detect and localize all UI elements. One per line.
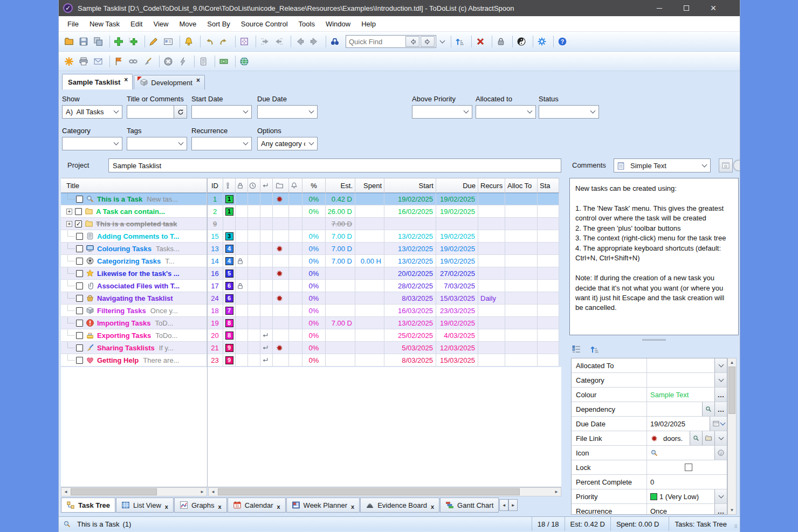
email-tasks-button[interactable] xyxy=(92,54,107,68)
tasklist-tab-development[interactable]: Development× xyxy=(134,75,205,89)
menu-sort-by[interactable]: Sort By xyxy=(202,17,236,31)
save-all-button[interactable] xyxy=(92,34,107,49)
menu-file[interactable]: File xyxy=(62,17,84,31)
task-checkbox[interactable]: ✓ xyxy=(75,220,82,227)
view-tab-gantt-chart[interactable]: Gantt Chart xyxy=(440,498,499,513)
task-row[interactable]: Adding Comments to T...1530%7.00 D13/02/… xyxy=(61,230,559,243)
task-checkbox[interactable] xyxy=(76,295,83,302)
task-checkbox[interactable] xyxy=(76,270,83,277)
column-header-est[interactable]: Est. xyxy=(326,178,355,193)
attribute-row-priority[interactable]: Priority1 (Very Low) xyxy=(572,489,727,504)
save-button[interactable] xyxy=(78,34,92,49)
task-row[interactable]: Associated Files with T...1760%28/02/202… xyxy=(61,280,559,292)
redo-button[interactable] xyxy=(218,34,232,49)
help-button[interactable]: ? xyxy=(556,34,571,49)
project-input[interactable] xyxy=(108,158,561,172)
column-header-due[interactable]: Due xyxy=(436,178,478,193)
task-row[interactable]: Sharing TasklistsIf y...2190%5/03/202512… xyxy=(61,342,559,354)
task-log-button[interactable] xyxy=(197,54,212,68)
spellcheck-button[interactable] xyxy=(63,54,78,68)
cancel-button[interactable] xyxy=(162,54,177,68)
lock-button[interactable] xyxy=(495,34,510,49)
filter-start-date-combo[interactable] xyxy=(191,105,252,119)
find-previous-button[interactable] xyxy=(405,36,419,47)
sort-attributes-button[interactable] xyxy=(589,343,602,356)
view-tab-evidence-board[interactable]: Evidence Boardx xyxy=(360,498,439,513)
quick-find-input[interactable] xyxy=(349,36,405,47)
task-checkbox[interactable] xyxy=(76,357,83,364)
flag-task-button[interactable] xyxy=(113,54,127,68)
scroll-right-icon[interactable]: ► xyxy=(198,488,207,496)
menu-source-control[interactable]: Source Control xyxy=(236,17,293,31)
task-checkbox[interactable] xyxy=(76,258,83,265)
sort-button[interactable] xyxy=(454,34,469,49)
task-checkbox[interactable] xyxy=(76,282,83,289)
task-row[interactable]: Exporting TasksToDo...2080%25/02/20254/0… xyxy=(61,329,559,342)
attributes-vscrollbar[interactable]: ▲ ▼ xyxy=(727,358,737,515)
task-row[interactable]: Importing TasksToD...1980%7.00 D13/02/20… xyxy=(61,317,559,329)
scroll-thumb[interactable] xyxy=(71,488,157,495)
browse-folder-button[interactable] xyxy=(702,431,714,445)
reminder-column-header[interactable] xyxy=(289,178,302,193)
link-tasks-button[interactable] xyxy=(127,54,142,68)
find-tasks-button[interactable] xyxy=(329,34,343,49)
expand-icon[interactable]: + xyxy=(66,209,72,215)
view-tabs-scroll-right[interactable]: ► xyxy=(508,499,518,511)
view-tabs-scroll-left[interactable]: ◄ xyxy=(499,499,508,511)
task-checkbox[interactable] xyxy=(75,208,82,215)
attribute-row-file-link[interactable]: File Linkdoors. xyxy=(572,431,727,446)
filter-above-priority-combo[interactable] xyxy=(412,105,472,119)
preferences-button[interactable] xyxy=(536,34,551,49)
view-tab-close-icon[interactable]: x xyxy=(351,503,354,510)
web-button[interactable] xyxy=(238,54,253,68)
comments-round-button[interactable] xyxy=(733,160,740,171)
comments-splitter[interactable] xyxy=(569,336,739,343)
menu-tools[interactable]: Tools xyxy=(293,17,320,31)
quick-find-dropdown[interactable] xyxy=(436,35,448,48)
task-row[interactable]: +A Task can contain...210%26.00 D16/02/2… xyxy=(61,205,559,218)
column-header-start[interactable]: Start xyxy=(384,178,436,193)
task-checkbox[interactable] xyxy=(76,320,83,327)
attribute-row-allocated-to[interactable]: Allocated To xyxy=(572,358,727,373)
close-button[interactable]: × xyxy=(700,0,727,16)
column-header-alloc[interactable]: Alloc To xyxy=(505,178,538,193)
filter-options-combo[interactable]: Any category c... xyxy=(257,137,318,150)
task-checkbox[interactable] xyxy=(76,196,83,203)
menu-help[interactable]: Help xyxy=(356,17,381,31)
filter-recurrence-combo[interactable] xyxy=(191,137,252,150)
task-checkbox[interactable] xyxy=(76,344,83,351)
print-button[interactable] xyxy=(78,54,92,68)
task-attributes-button[interactable] xyxy=(162,34,177,49)
view-tab-week-planner[interactable]: Week Plannerx xyxy=(286,498,360,513)
resize-grip[interactable]: ⠿ xyxy=(732,517,740,531)
attribute-row-lock[interactable]: Lock xyxy=(572,460,727,475)
ellipsis-button[interactable]: … xyxy=(714,388,727,402)
filter-status-combo[interactable] xyxy=(539,105,599,119)
task-row[interactable]: +✓This is a completed task97.00 D xyxy=(61,218,559,230)
scroll-up-icon[interactable]: ▲ xyxy=(728,358,737,367)
column-header-sta[interactable]: Sta xyxy=(538,178,559,193)
task-row[interactable]: Getting HelpThere are...2390%8/03/202515… xyxy=(61,354,559,367)
attribute-row-recurrence[interactable]: RecurrenceOnce… xyxy=(572,504,727,515)
chevron-down-icon[interactable] xyxy=(714,358,727,372)
task-row[interactable]: Filtering TasksOnce y...1870%16/03/20252… xyxy=(61,305,559,317)
new-task-button[interactable] xyxy=(113,34,127,49)
title-bar[interactable]: ✓ Sample Tasklist [D:\_Code\ToDoList_9.0… xyxy=(59,0,740,16)
expand-icon[interactable]: + xyxy=(66,221,72,227)
scroll-left-icon[interactable]: ◄ xyxy=(209,488,217,496)
attribute-row-colour[interactable]: ColourSample Text… xyxy=(572,388,727,402)
maximise-tasklist-button[interactable] xyxy=(238,34,253,49)
attribute-row-dependency[interactable]: Dependency… xyxy=(572,402,727,417)
filelink-column-header[interactable] xyxy=(273,178,289,193)
set-reminder-button[interactable] xyxy=(183,34,197,49)
filter-tags-combo[interactable] xyxy=(127,137,187,150)
view-tab-calendar[interactable]: 31Calendarx xyxy=(228,498,286,513)
view-tab-list-view[interactable]: List Viewx xyxy=(116,498,174,513)
back-button[interactable] xyxy=(294,34,308,49)
icon-picker-button[interactable] xyxy=(714,446,727,460)
priority-column-header[interactable] xyxy=(223,178,236,193)
tab-close-icon[interactable]: × xyxy=(124,76,128,84)
menu-window[interactable]: Window xyxy=(320,17,356,31)
show-attribute-fields-button[interactable] xyxy=(571,343,584,356)
task-checkbox[interactable] xyxy=(76,307,83,314)
